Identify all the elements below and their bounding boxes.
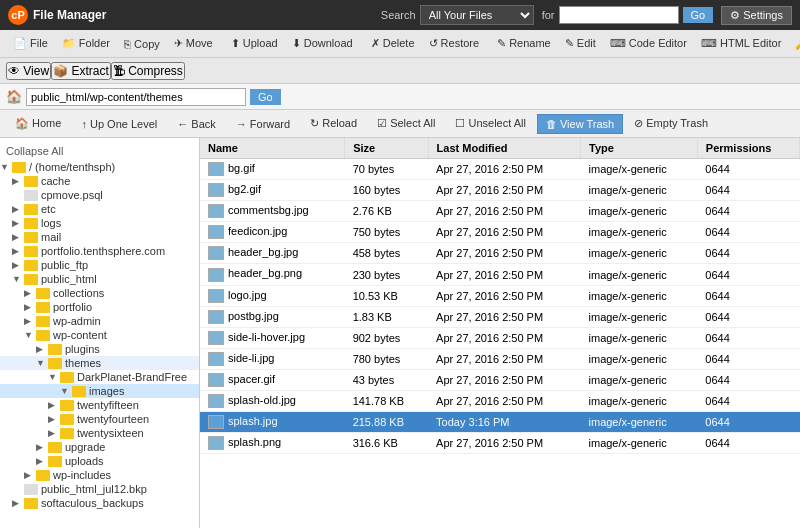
file-size-cell: 10.53 KB <box>345 285 428 306</box>
file-button[interactable]: 📄 File <box>6 35 55 52</box>
file-perms-cell: 0644 <box>697 412 799 433</box>
col-size[interactable]: Size <box>345 138 428 159</box>
collapse-all-button[interactable]: Collapse All <box>0 142 199 160</box>
sidebar-item[interactable]: ▶plugins <box>0 342 199 356</box>
select-all-button[interactable]: ☑ Select All <box>368 113 444 134</box>
file-name-cell: side-li.jpg <box>200 348 345 369</box>
sidebar-item[interactable]: ▶portfolio <box>0 300 199 314</box>
folder-button[interactable]: 📁 Folder <box>55 35 117 52</box>
download-button[interactable]: ⬇ Download <box>285 35 360 52</box>
sidebar-item[interactable]: ▶mail <box>0 230 199 244</box>
sidebar-item[interactable]: ▶uploads <box>0 454 199 468</box>
file-type-cell: image/x-generic <box>581 201 698 222</box>
file-modified-cell: Apr 27, 2016 2:50 PM <box>428 391 580 412</box>
path-input[interactable] <box>26 88 246 106</box>
col-name[interactable]: Name <box>200 138 345 159</box>
edit-button[interactable]: ✎ Edit <box>558 35 603 52</box>
sidebar-item[interactable]: ▼DarkPlanet-BrandFree <box>0 370 199 384</box>
table-row[interactable]: logo.jpg 10.53 KB Apr 27, 2016 2:50 PM i… <box>200 285 800 306</box>
file-modified-cell: Apr 27, 2016 2:50 PM <box>428 264 580 285</box>
sidebar-item[interactable]: ▶upgrade <box>0 440 199 454</box>
file-name-cell: splash.png <box>200 433 345 454</box>
table-row[interactable]: spacer.gif 43 bytes Apr 27, 2016 2:50 PM… <box>200 369 800 390</box>
unselect-all-button[interactable]: ☐ Unselect All <box>446 113 535 134</box>
permissions-button[interactable]: 🔑 Permissions <box>788 35 800 52</box>
sidebar-item[interactable]: ▼/ (home/tenthsph) <box>0 160 199 174</box>
col-modified[interactable]: Last Modified <box>428 138 580 159</box>
forward-button[interactable]: → Forward <box>227 114 299 134</box>
settings-button[interactable]: ⚙ Settings <box>721 6 792 25</box>
sidebar-item[interactable]: ▶twentyfourteen <box>0 412 199 426</box>
sidebar-item[interactable]: ▶cache <box>0 174 199 188</box>
sidebar-item[interactable]: ▶logs <box>0 216 199 230</box>
table-row[interactable]: commentsbg.jpg 2.76 KB Apr 27, 2016 2:50… <box>200 201 800 222</box>
delete-button[interactable]: ✗ Delete <box>364 35 422 52</box>
up-one-level-button[interactable]: ↑ Up One Level <box>72 114 166 134</box>
sidebar-item[interactable]: ▼images <box>0 384 199 398</box>
sidebar-item[interactable]: ▶twentyfifteen <box>0 398 199 412</box>
table-row[interactable]: side-li.jpg 780 bytes Apr 27, 2016 2:50 … <box>200 348 800 369</box>
file-modified-cell: Apr 27, 2016 2:50 PM <box>428 369 580 390</box>
sidebar-item[interactable]: ▶wp-includes <box>0 468 199 482</box>
col-type[interactable]: Type <box>581 138 698 159</box>
file-perms-cell: 0644 <box>697 159 799 180</box>
table-row[interactable]: bg.gif 70 bytes Apr 27, 2016 2:50 PM ima… <box>200 159 800 180</box>
move-button[interactable]: ✈ Move <box>167 35 220 52</box>
table-row[interactable]: header_bg.png 230 bytes Apr 27, 2016 2:5… <box>200 264 800 285</box>
sidebar-item[interactable]: ▼public_html <box>0 272 199 286</box>
sidebar-item[interactable]: ▶softaculous_backups <box>0 496 199 510</box>
table-row[interactable]: splash.png 316.6 KB Apr 27, 2016 2:50 PM… <box>200 433 800 454</box>
main-layout: Collapse All ▼/ (home/tenthsph)▶cachecpm… <box>0 138 800 528</box>
copy-button[interactable]: ⎘ Copy <box>117 36 167 52</box>
sidebar-item[interactable]: ▶portfolio.tenthsphere.com <box>0 244 199 258</box>
sidebar-item[interactable]: ▶twentysixteen <box>0 426 199 440</box>
file-table: Name Size Last Modified Type Permissions… <box>200 138 800 454</box>
path-home-icon: 🏠 <box>6 89 22 104</box>
path-go-button[interactable]: Go <box>250 89 281 105</box>
toolbar-main: 📄 File 📁 Folder ⎘ Copy ✈ Move ⬆ Upload ⬇… <box>0 30 800 58</box>
file-name-cell: splash-old.jpg <box>200 391 345 412</box>
sidebar-item[interactable]: ▶wp-admin <box>0 314 199 328</box>
table-row[interactable]: postbg.jpg 1.83 KB Apr 27, 2016 2:50 PM … <box>200 306 800 327</box>
col-permissions[interactable]: Permissions <box>697 138 799 159</box>
file-type-cell: image/x-generic <box>581 285 698 306</box>
compress-button[interactable]: 🗜 Compress <box>111 62 185 80</box>
path-bar: 🏠 Go <box>0 84 800 110</box>
sidebar-item[interactable]: cpmove.psql <box>0 188 199 202</box>
view-trash-button[interactable]: 🗑 View Trash <box>537 114 623 134</box>
table-row[interactable]: feedicon.jpg 750 bytes Apr 27, 2016 2:50… <box>200 222 800 243</box>
sidebar-item[interactable]: ▶public_ftp <box>0 258 199 272</box>
empty-trash-button[interactable]: ⊘ Empty Trash <box>625 113 717 134</box>
sidebar-item[interactable]: ▶etc <box>0 202 199 216</box>
code-editor-button[interactable]: ⌨ Code Editor <box>603 35 694 52</box>
file-type-cell: image/x-generic <box>581 391 698 412</box>
upload-button[interactable]: ⬆ Upload <box>224 35 285 52</box>
sidebar-item[interactable]: ▼wp-content <box>0 328 199 342</box>
sidebar-item[interactable]: ▼themes <box>0 356 199 370</box>
search-go-button[interactable]: Go <box>683 7 714 23</box>
table-row[interactable]: splash-old.jpg 141.78 KB Apr 27, 2016 2:… <box>200 391 800 412</box>
rename-button[interactable]: ✎ Rename <box>490 35 558 52</box>
sidebar-item[interactable]: public_html_jul12.bkp <box>0 482 199 496</box>
file-size-cell: 215.88 KB <box>345 412 428 433</box>
file-type-cell: image/x-generic <box>581 243 698 264</box>
reload-button[interactable]: ↻ Reload <box>301 113 366 134</box>
restore-button[interactable]: ↺ Restore <box>422 35 487 52</box>
file-name-cell: header_bg.png <box>200 264 345 285</box>
table-row[interactable]: bg2.gif 160 bytes Apr 27, 2016 2:50 PM i… <box>200 180 800 201</box>
file-perms-cell: 0644 <box>697 243 799 264</box>
table-row[interactable]: splash.jpg 215.88 KB Today 3:16 PM image… <box>200 412 800 433</box>
file-type-cell: image/x-generic <box>581 369 698 390</box>
sidebar-item[interactable]: ▶collections <box>0 286 199 300</box>
table-row[interactable]: header_bg.jpg 458 bytes Apr 27, 2016 2:5… <box>200 243 800 264</box>
search-input[interactable] <box>559 6 679 24</box>
extract-button[interactable]: 📦 Extract <box>51 62 111 80</box>
file-modified-cell: Apr 27, 2016 2:50 PM <box>428 222 580 243</box>
view-button[interactable]: 👁 View <box>6 62 51 80</box>
home-nav-button[interactable]: 🏠 Home <box>6 113 70 134</box>
search-select[interactable]: All Your Files Current Directory <box>420 5 534 25</box>
table-row[interactable]: side-li-hover.jpg 902 bytes Apr 27, 2016… <box>200 327 800 348</box>
back-button[interactable]: ← Back <box>168 114 225 134</box>
html-editor-button[interactable]: ⌨ HTML Editor <box>694 35 788 52</box>
file-modified-cell: Apr 27, 2016 2:50 PM <box>428 327 580 348</box>
